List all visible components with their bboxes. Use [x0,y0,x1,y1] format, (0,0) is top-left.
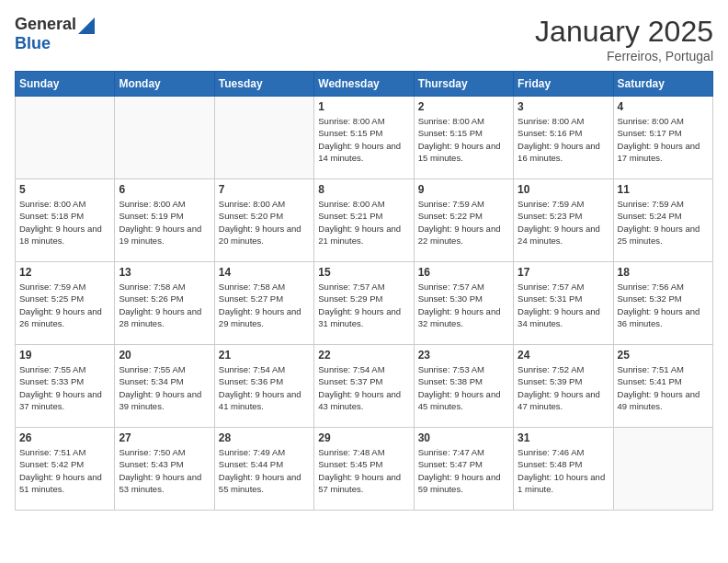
title-section: January 2025 Ferreiros, Portugal [535,15,713,63]
day-number: 30 [418,431,509,444]
table-row: 27Sunrise: 7:50 AMSunset: 5:43 PMDayligh… [115,428,214,511]
table-row: 9Sunrise: 7:59 AMSunset: 5:22 PMDaylight… [414,179,513,262]
cell-info: Sunrise: 7:55 AMSunset: 5:34 PMDaylight:… [119,363,210,412]
table-row: 1Sunrise: 8:00 AMSunset: 5:15 PMDaylight… [314,97,414,179]
header-thursday: Thursday [414,72,513,97]
day-number: 22 [318,349,409,362]
header-sunday: Sunday [16,72,115,97]
table-row: 2Sunrise: 8:00 AMSunset: 5:15 PMDaylight… [414,97,513,179]
table-row: 19Sunrise: 7:55 AMSunset: 5:33 PMDayligh… [16,345,115,428]
cell-info: Sunrise: 7:57 AMSunset: 5:31 PMDaylight:… [518,281,609,329]
table-row: 4Sunrise: 8:00 AMSunset: 5:17 PMDaylight… [613,97,712,179]
cell-info: Sunrise: 7:57 AMSunset: 5:29 PMDaylight:… [318,281,409,329]
cell-info: Sunrise: 7:54 AMSunset: 5:37 PMDaylight:… [318,363,409,412]
day-number: 2 [418,100,509,113]
cell-info: Sunrise: 7:49 AMSunset: 5:44 PMDaylight:… [219,446,310,495]
cell-info: Sunrise: 7:59 AMSunset: 5:22 PMDaylight:… [418,198,509,247]
cell-info: Sunrise: 7:53 AMSunset: 5:38 PMDaylight:… [418,363,509,412]
day-number: 27 [119,431,210,444]
table-row: 12Sunrise: 7:59 AMSunset: 5:25 PMDayligh… [16,262,115,345]
day-number: 29 [318,431,409,444]
day-number: 11 [618,183,709,196]
calendar-table: Sunday Monday Tuesday Wednesday Thursday… [15,71,713,511]
table-row: 10Sunrise: 7:59 AMSunset: 5:23 PMDayligh… [514,179,613,262]
day-number: 18 [618,266,709,279]
cell-info: Sunrise: 7:48 AMSunset: 5:45 PMDaylight:… [318,446,409,495]
table-row: 18Sunrise: 7:56 AMSunset: 5:32 PMDayligh… [613,262,712,345]
day-number: 13 [119,266,210,279]
day-number: 6 [119,183,210,196]
cell-info: Sunrise: 7:52 AMSunset: 5:39 PMDaylight:… [518,363,609,412]
table-row: 30Sunrise: 7:47 AMSunset: 5:47 PMDayligh… [414,428,513,511]
cell-info: Sunrise: 7:51 AMSunset: 5:41 PMDaylight:… [618,363,709,412]
table-row: 25Sunrise: 7:51 AMSunset: 5:41 PMDayligh… [613,345,712,428]
cell-info: Sunrise: 7:47 AMSunset: 5:47 PMDaylight:… [418,446,509,495]
page-header: General Blue January 2025 Ferreiros, Por… [15,15,713,63]
logo-triangle-icon [78,17,95,34]
day-number: 17 [518,266,609,279]
table-row: 16Sunrise: 7:57 AMSunset: 5:30 PMDayligh… [414,262,513,345]
table-row [115,97,214,179]
table-row: 21Sunrise: 7:54 AMSunset: 5:36 PMDayligh… [214,345,313,428]
table-row: 24Sunrise: 7:52 AMSunset: 5:39 PMDayligh… [514,345,613,428]
table-row: 26Sunrise: 7:51 AMSunset: 5:42 PMDayligh… [16,428,115,511]
table-row: 8Sunrise: 8:00 AMSunset: 5:21 PMDaylight… [314,179,414,262]
table-row: 6Sunrise: 8:00 AMSunset: 5:19 PMDaylight… [115,179,214,262]
header-monday: Monday [115,72,214,97]
day-number: 21 [219,349,310,362]
table-row: 23Sunrise: 7:53 AMSunset: 5:38 PMDayligh… [414,345,513,428]
day-number: 3 [518,100,609,113]
cell-info: Sunrise: 7:57 AMSunset: 5:30 PMDaylight:… [418,281,509,329]
header-tuesday: Tuesday [214,72,313,97]
day-number: 19 [19,349,110,362]
cell-info: Sunrise: 7:58 AMSunset: 5:27 PMDaylight:… [219,281,310,329]
table-row: 15Sunrise: 7:57 AMSunset: 5:29 PMDayligh… [314,262,414,345]
cell-info: Sunrise: 7:58 AMSunset: 5:26 PMDaylight:… [119,281,210,329]
day-number: 7 [219,183,310,196]
day-number: 8 [318,183,409,196]
table-row [16,97,115,179]
day-number: 1 [318,100,409,113]
header-friday: Friday [514,72,613,97]
cell-info: Sunrise: 7:59 AMSunset: 5:23 PMDaylight:… [518,198,609,247]
day-number: 23 [418,349,509,362]
calendar-body: 1Sunrise: 8:00 AMSunset: 5:15 PMDaylight… [16,97,713,511]
logo-general: General [15,15,76,34]
svg-marker-0 [78,17,95,34]
cell-info: Sunrise: 7:55 AMSunset: 5:33 PMDaylight:… [19,363,110,412]
table-row [613,428,712,511]
table-row: 5Sunrise: 8:00 AMSunset: 5:18 PMDaylight… [16,179,115,262]
logo-blue: Blue [15,34,51,53]
day-number: 10 [518,183,609,196]
month-title: January 2025 [535,15,713,49]
day-number: 24 [518,349,609,362]
table-row: 29Sunrise: 7:48 AMSunset: 5:45 PMDayligh… [314,428,414,511]
cell-info: Sunrise: 7:59 AMSunset: 5:25 PMDaylight:… [19,281,110,329]
day-number: 5 [19,183,110,196]
cell-info: Sunrise: 8:00 AMSunset: 5:19 PMDaylight:… [119,198,210,247]
day-number: 28 [219,431,310,444]
cell-info: Sunrise: 7:56 AMSunset: 5:32 PMDaylight:… [618,281,709,329]
table-row: 7Sunrise: 8:00 AMSunset: 5:20 PMDaylight… [214,179,313,262]
cell-info: Sunrise: 8:00 AMSunset: 5:18 PMDaylight:… [19,198,110,247]
day-number: 14 [219,266,310,279]
day-number: 25 [618,349,709,362]
day-number: 26 [19,431,110,444]
day-number: 20 [119,349,210,362]
location-title: Ferreiros, Portugal [535,49,713,63]
table-row: 22Sunrise: 7:54 AMSunset: 5:37 PMDayligh… [314,345,414,428]
table-row: 28Sunrise: 7:49 AMSunset: 5:44 PMDayligh… [214,428,313,511]
cell-info: Sunrise: 8:00 AMSunset: 5:17 PMDaylight:… [618,115,709,164]
cell-info: Sunrise: 7:46 AMSunset: 5:48 PMDaylight:… [518,446,609,495]
day-number: 12 [19,266,110,279]
table-row: 20Sunrise: 7:55 AMSunset: 5:34 PMDayligh… [115,345,214,428]
cell-info: Sunrise: 8:00 AMSunset: 5:16 PMDaylight:… [518,115,609,164]
cell-info: Sunrise: 7:54 AMSunset: 5:36 PMDaylight:… [219,363,310,412]
day-number: 4 [618,100,709,113]
cell-info: Sunrise: 8:00 AMSunset: 5:15 PMDaylight:… [318,115,409,164]
day-number: 15 [318,266,409,279]
day-number: 9 [418,183,509,196]
logo: General Blue [15,15,95,53]
calendar-header: Sunday Monday Tuesday Wednesday Thursday… [16,72,713,97]
cell-info: Sunrise: 8:00 AMSunset: 5:20 PMDaylight:… [219,198,310,247]
